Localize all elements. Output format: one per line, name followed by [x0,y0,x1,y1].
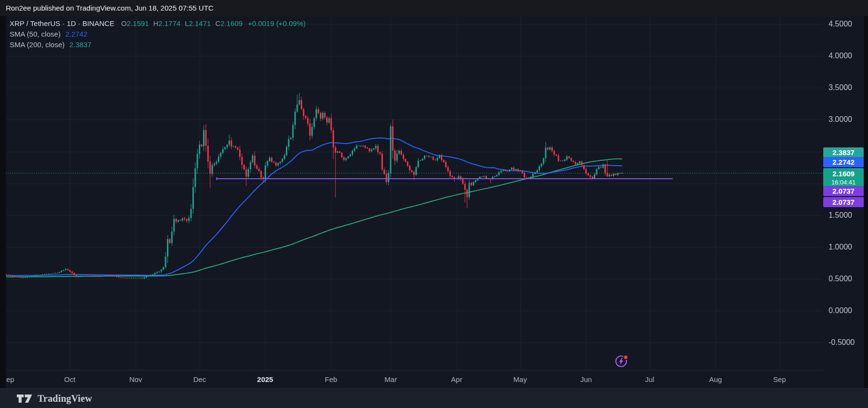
sma50-value: 2.2742 [65,30,88,38]
price-tick: 4.5000 [829,20,852,28]
sma200-value: 2.3837 [69,40,91,49]
price-tick: 1.5000 [829,211,852,220]
price-chart-canvas[interactable] [6,16,823,370]
sma50-label: SMA (50, close) [10,30,61,38]
sma200-price-label: 2.3837 [823,147,864,158]
time-axis-label-2025: 2025 [257,370,273,389]
ohlc-values: O2.1591H2.1774L2.1471C2.1609 [121,19,247,27]
time-axis-label-May: May [513,370,527,389]
price-tick: 3.5000 [829,83,852,92]
time-axis-label-Dec: Dec [193,370,206,389]
time-axis-label-Mar: Mar [384,370,397,389]
lightning-icon [615,355,628,368]
sma50-price-label: 2.2742 [823,157,864,167]
change-value: +0.0019 (+0.09%) [248,19,306,27]
ohlc-token-O: O2.1591 [121,19,149,27]
time-axis[interactable]: epOctNovDec2025FebMarAprMayJunJulAugSep [6,370,823,389]
price-tick: 1.0000 [829,243,852,251]
ohlc-token-H: H2.1774 [153,19,180,27]
notification-dot [624,355,628,359]
price-tick: 0.5000 [829,275,852,283]
tradingview-mark-icon [16,394,33,404]
tradingview-wordmark: TradingView [38,393,92,404]
drawing-price-label-2: 2.0737 [823,197,864,207]
tradingview-logo[interactable]: TradingView [16,389,92,408]
price-tick: 4.0000 [829,52,852,60]
legend-indicator-row-sma50: SMA (50, close)2.2742 [10,29,306,39]
time-axis-label-ep: ep [6,370,14,389]
price-axis[interactable]: 4.50004.00003.50003.00001.50001.00000.50… [823,16,864,388]
chart-widget[interactable]: XRP / TetherUS · 1D · BINANCEO2.1591H2.1… [6,16,864,388]
footer-bar: TradingView [0,388,868,408]
time-axis-label-Feb: Feb [325,370,337,389]
publish-header-bar: Ron2ee published on TradingView.com, Jun… [0,0,868,16]
sma200-label: SMA (200, close) [10,40,64,49]
ohlc-token-L: L2.1471 [185,19,211,27]
time-axis-label-Oct: Oct [64,370,75,389]
last-price-label: 2.160916:04:41 [823,168,864,187]
time-axis-label-Sep: Sep [773,370,786,389]
published-chart-page: Ron2ee published on TradingView.com, Jun… [0,0,868,408]
legend-indicator-row-sma200: SMA (200, close)2.3837 [10,39,306,50]
boost-button[interactable] [615,355,628,368]
chart-legend: XRP / TetherUS · 1D · BINANCEO2.1591H2.1… [10,18,306,50]
time-axis-label-Apr: Apr [451,370,462,389]
drawing-price-label-1: 2.0737 [823,186,864,196]
legend-symbol-row: XRP / TetherUS · 1D · BINANCEO2.1591H2.1… [10,18,306,29]
publish-info-text: Ron2ee published on TradingView.com, Jun… [6,0,214,16]
time-axis-label-Nov: Nov [129,370,142,389]
ohlc-token-C: C2.1609 [215,19,243,27]
time-axis-label-Jul: Jul [645,370,654,389]
time-axis-label-Aug: Aug [709,370,722,389]
price-tick: 0.0000 [829,306,852,315]
price-tick: -0.5000 [829,338,855,347]
price-tick: 3.0000 [829,115,852,124]
time-axis-label-Jun: Jun [580,370,592,389]
symbol-title: XRP / TetherUS · 1D · BINANCE [10,19,115,27]
